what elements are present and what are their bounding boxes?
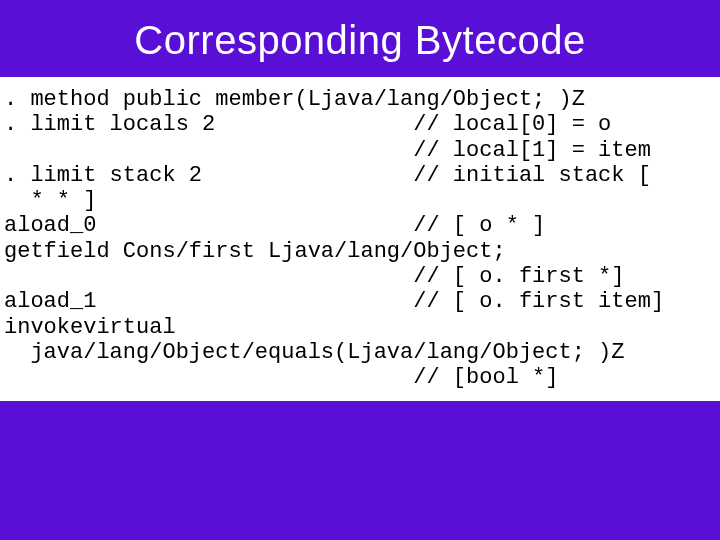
code-line: java/lang/Object/equals(Ljava/lang/Objec…	[4, 340, 625, 365]
slide-header: Corresponding Bytecode	[0, 0, 720, 77]
code-line: . limit locals 2 // local[0] = o	[4, 112, 611, 137]
code-line: aload_1 // [ o. first item]	[4, 289, 664, 314]
code-line: // local[1] = item	[4, 138, 651, 163]
code-line: . limit stack 2 // initial stack [	[4, 163, 651, 188]
code-line: . method public member(Ljava/lang/Object…	[4, 87, 585, 112]
bytecode-block: . method public member(Ljava/lang/Object…	[0, 77, 720, 401]
slide-footer	[0, 401, 720, 521]
code-line: getfield Cons/first Ljava/lang/Object;	[4, 239, 506, 264]
code-line: // [bool *]	[4, 365, 559, 390]
slide-title: Corresponding Bytecode	[0, 18, 720, 63]
code-line: invokevirtual	[4, 315, 176, 340]
code-line: aload_0 // [ o * ]	[4, 213, 545, 238]
code-line: * * ]	[4, 188, 96, 213]
code-line: // [ o. first *]	[4, 264, 625, 289]
